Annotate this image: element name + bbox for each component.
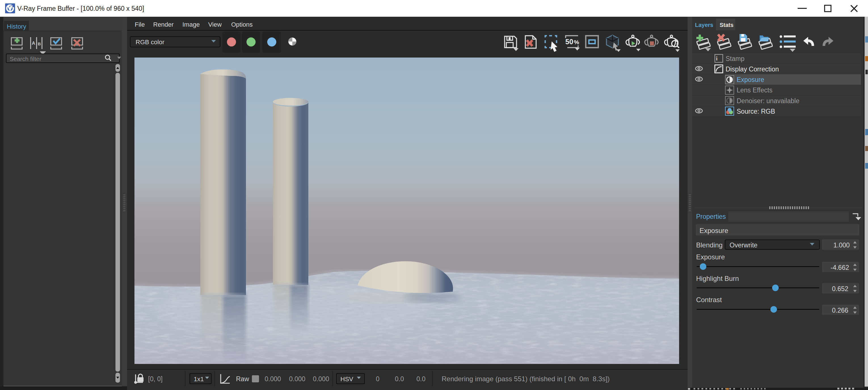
svg-text:B: B [38,41,41,46]
svg-text:50: 50 [565,38,573,45]
svg-text:A: A [32,40,35,46]
svg-text:i: i [716,55,718,62]
svg-text:%: % [574,39,579,45]
